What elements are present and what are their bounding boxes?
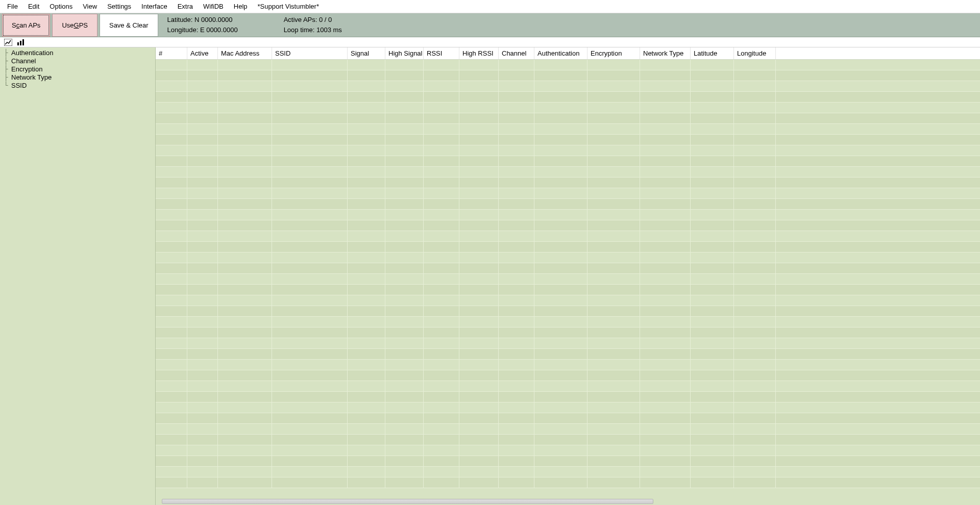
grid-panel: #ActiveMac AddressSSIDSignalHigh SignalR… — [156, 47, 980, 505]
table-cell — [218, 295, 272, 306]
column-header-rssi[interactable]: RSSI — [424, 47, 459, 59]
menu-options[interactable]: Options — [44, 2, 78, 11]
use-gps-button[interactable]: Use GPS — [52, 14, 97, 37]
tree-item-channel[interactable]: ├ Channel — [0, 57, 155, 65]
table-cell — [424, 295, 459, 306]
table-cell — [459, 349, 499, 359]
table-cell — [499, 381, 534, 391]
table-cell — [587, 81, 640, 91]
table-cell — [348, 210, 385, 220]
menu-help[interactable]: Help — [229, 2, 253, 11]
table-cell — [187, 231, 218, 241]
table-cell — [534, 413, 587, 423]
table-cell — [534, 274, 587, 284]
menu-wifidb[interactable]: WifiDB — [198, 2, 229, 11]
table-cell — [156, 360, 187, 370]
table-cell — [534, 124, 587, 134]
table-cell — [218, 360, 272, 370]
scan-aps-label-post: an APs — [19, 21, 40, 29]
column-header-encryption[interactable]: Encryption — [587, 47, 640, 59]
menu-settings[interactable]: Settings — [102, 2, 136, 11]
table-cell — [272, 199, 348, 209]
save-clear-button[interactable]: Save & Clear — [100, 14, 158, 37]
table-cell — [385, 274, 424, 284]
table-cell — [734, 124, 776, 134]
table-cell — [459, 295, 499, 306]
tree-connector-icon: ├ — [4, 73, 11, 81]
column-header-auth[interactable]: Authentication — [534, 47, 587, 59]
table-cell — [385, 70, 424, 81]
table-cell — [640, 413, 691, 423]
tree-item-network-type[interactable]: ├ Network Type — [0, 73, 155, 81]
column-header-mac[interactable]: Mac Address — [218, 47, 272, 59]
table-cell — [587, 285, 640, 295]
menu-file[interactable]: File — [2, 2, 23, 11]
column-header-num[interactable]: # — [156, 47, 187, 59]
column-header-active[interactable]: Active — [187, 47, 218, 59]
table-cell — [640, 113, 691, 123]
scan-aps-button[interactable]: Scan APs — [2, 14, 50, 37]
table-cell — [272, 360, 348, 370]
table-cell — [348, 456, 385, 466]
menu-interface[interactable]: Interface — [136, 2, 173, 11]
table-cell — [156, 145, 187, 156]
column-header-signal[interactable]: Signal — [348, 47, 385, 59]
table-cell — [218, 306, 272, 316]
table-cell — [534, 360, 587, 370]
table-cell — [459, 70, 499, 81]
menu-extra[interactable]: Extra — [173, 2, 198, 11]
table-cell — [272, 349, 348, 359]
table-cell — [587, 381, 640, 391]
table-cell — [534, 295, 587, 306]
bar-chart-icon[interactable] — [16, 39, 24, 46]
line-chart-icon[interactable] — [4, 39, 12, 46]
table-cell — [534, 167, 587, 177]
column-header-latitude[interactable]: Latitude — [691, 47, 734, 59]
svg-rect-3 — [22, 39, 24, 45]
table-cell — [534, 81, 587, 91]
table-cell — [385, 424, 424, 434]
table-cell — [385, 103, 424, 113]
menu-support[interactable]: *Support Vistumbler* — [253, 2, 324, 11]
table-cell — [459, 306, 499, 316]
tree-item-ssid[interactable]: └ SSID — [0, 81, 155, 89]
table-cell — [587, 435, 640, 445]
table-cell — [459, 445, 499, 456]
table-cell — [424, 381, 459, 391]
column-header-network_type[interactable]: Network Type — [640, 47, 691, 59]
horizontal-scrollbar[interactable] — [162, 499, 653, 504]
table-row — [156, 338, 980, 349]
table-cell — [272, 402, 348, 413]
table-cell — [348, 113, 385, 123]
table-cell — [424, 306, 459, 316]
table-cell — [348, 252, 385, 263]
tree-item-authentication[interactable]: ├ Authentication — [0, 48, 155, 57]
table-cell — [348, 392, 385, 402]
table-row — [156, 156, 980, 167]
column-header-high_rssi[interactable]: High RSSI — [459, 47, 499, 59]
tree-item-encryption[interactable]: ├ Encryption — [0, 65, 155, 73]
table-cell — [272, 477, 348, 488]
table-cell — [691, 370, 734, 381]
table-cell — [272, 92, 348, 102]
column-header-ssid[interactable]: SSID — [272, 47, 348, 59]
table-cell — [385, 167, 424, 177]
column-header-channel[interactable]: Channel — [499, 47, 534, 59]
menu-view[interactable]: View — [78, 2, 102, 11]
table-cell — [640, 295, 691, 306]
table-cell — [424, 92, 459, 102]
table-cell — [691, 70, 734, 81]
table-cell — [534, 220, 587, 231]
table-cell — [218, 252, 272, 263]
table-cell — [156, 477, 187, 488]
table-cell — [691, 445, 734, 456]
table-cell — [459, 338, 499, 348]
table-cell — [187, 178, 218, 188]
menu-edit[interactable]: Edit — [23, 2, 44, 11]
table-cell — [691, 360, 734, 370]
column-header-longitude[interactable]: Longitude — [734, 47, 776, 59]
tree-item-label: Encryption — [11, 65, 42, 73]
table-cell — [187, 435, 218, 445]
table-cell — [156, 370, 187, 381]
column-header-high_signal[interactable]: High Signal — [385, 47, 424, 59]
